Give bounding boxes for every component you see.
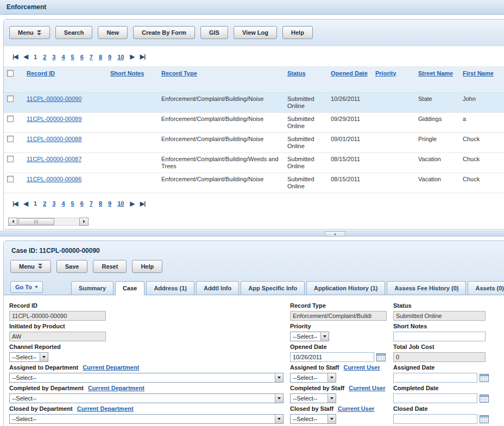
tab-assets[interactable]: Assets (0) bbox=[468, 281, 504, 295]
col-header-opened-date[interactable]: Opened Date bbox=[331, 70, 368, 77]
first-page-icon[interactable]: |◀ bbox=[12, 200, 18, 207]
channel-reported-select[interactable]: --Select-- bbox=[9, 352, 48, 362]
row-checkbox[interactable] bbox=[7, 176, 14, 182]
tab-app-specific-info[interactable]: App Specific Info bbox=[241, 281, 305, 295]
page-number-link[interactable]: 3 bbox=[52, 200, 55, 207]
scroll-left-button[interactable] bbox=[8, 218, 17, 226]
page-number-link[interactable]: 10 bbox=[117, 54, 124, 60]
col-header-street-name[interactable]: Street Name bbox=[418, 70, 453, 77]
last-page-icon[interactable]: ▶| bbox=[140, 53, 146, 60]
completed-by-staff-select[interactable]: --Select-- bbox=[290, 393, 336, 403]
priority-select[interactable]: --Select-- bbox=[290, 332, 329, 341]
short-notes-input[interactable] bbox=[393, 332, 486, 341]
table-row[interactable]: 11CPL-00000-00089 Enforcement/Complaint/… bbox=[4, 112, 504, 132]
calendar-icon[interactable] bbox=[376, 353, 386, 361]
page-number-link[interactable]: 2 bbox=[43, 54, 46, 60]
col-header-first-name[interactable]: First Name bbox=[463, 70, 494, 77]
row-checkbox[interactable] bbox=[7, 156, 14, 162]
record-id-link[interactable]: 11CPL-00000-00087 bbox=[27, 156, 81, 162]
calendar-icon[interactable] bbox=[480, 415, 489, 423]
closed-by-staff-select[interactable]: --Select-- bbox=[290, 414, 336, 424]
row-checkbox[interactable] bbox=[7, 136, 14, 142]
col-header-status[interactable]: Status bbox=[287, 70, 306, 77]
assigned-to-staff-select[interactable]: --Select-- bbox=[290, 373, 336, 383]
page-number-link[interactable]: 7 bbox=[90, 200, 93, 207]
menu-button[interactable]: Menu bbox=[9, 26, 50, 39]
calendar-icon[interactable] bbox=[480, 373, 489, 382]
next-page-icon[interactable]: ▶ bbox=[130, 200, 134, 207]
page-number-link[interactable]: 9 bbox=[108, 200, 111, 207]
closed-by-department-select[interactable]: --Select-- bbox=[9, 414, 284, 424]
row-checkbox[interactable] bbox=[7, 116, 14, 122]
table-row[interactable]: 11CPL-00000-00087 Enforcement/Complaint/… bbox=[4, 152, 504, 173]
col-header-short-notes[interactable]: Short Notes bbox=[110, 70, 144, 77]
page-number-link[interactable]: 8 bbox=[99, 200, 102, 207]
collapse-button[interactable]: ▲ bbox=[325, 231, 345, 237]
new-button[interactable]: New bbox=[98, 26, 128, 39]
scroll-track[interactable] bbox=[17, 218, 79, 226]
page-number-link[interactable]: 2 bbox=[43, 200, 46, 207]
prev-page-icon[interactable]: ◀ bbox=[24, 53, 28, 60]
completed-by-department-select[interactable]: --Select-- bbox=[9, 393, 284, 403]
current-user-link[interactable]: Current User bbox=[343, 364, 380, 371]
page-number-link[interactable]: 4 bbox=[61, 200, 65, 207]
help-button[interactable]: Help bbox=[132, 260, 162, 273]
table-row[interactable]: 11CPL-00000-00090 Enforcement/Complaint/… bbox=[4, 92, 504, 112]
current-user-link[interactable]: Current User bbox=[349, 385, 385, 391]
record-id-link[interactable]: 11CPL-00000-00088 bbox=[27, 136, 81, 142]
scroll-right-button[interactable] bbox=[79, 218, 89, 226]
page-number-link[interactable]: 7 bbox=[90, 54, 93, 60]
record-id-link[interactable]: 11CPL-00000-00090 bbox=[27, 96, 81, 102]
save-button[interactable]: Save bbox=[56, 260, 88, 273]
tab-application-history[interactable]: Application History (1) bbox=[306, 281, 385, 295]
assigned-date-input[interactable] bbox=[393, 373, 477, 383]
search-button[interactable]: Search bbox=[55, 26, 93, 39]
record-id-link[interactable]: 11CPL-00000-00086 bbox=[27, 176, 81, 182]
last-page-icon[interactable]: ▶| bbox=[140, 200, 146, 207]
row-checkbox[interactable] bbox=[7, 96, 14, 102]
select-all-checkbox[interactable] bbox=[7, 70, 14, 77]
view-log-button[interactable]: View Log bbox=[234, 26, 277, 39]
horizontal-scrollbar[interactable] bbox=[8, 218, 504, 226]
go-to-button[interactable]: Go To bbox=[10, 281, 43, 293]
tab-address[interactable]: Address (1) bbox=[146, 281, 194, 295]
tab-assess-fee-history[interactable]: Assess Fee History (0) bbox=[387, 281, 466, 295]
table-row[interactable]: 11CPL-00000-00086 Enforcement/Complaint/… bbox=[4, 173, 504, 193]
record-id-link[interactable]: 11CPL-00000-00089 bbox=[27, 116, 81, 122]
col-header-priority[interactable]: Priority bbox=[375, 70, 396, 77]
tab-summary[interactable]: Summary bbox=[71, 281, 114, 295]
page-number-link[interactable]: 6 bbox=[80, 200, 84, 207]
current-department-link[interactable]: Current Department bbox=[77, 405, 134, 412]
page-number-link[interactable]: 9 bbox=[108, 54, 111, 60]
help-button[interactable]: Help bbox=[282, 26, 313, 39]
page-number-link[interactable]: 5 bbox=[71, 200, 74, 207]
page-number-link[interactable]: 4 bbox=[61, 54, 65, 60]
page-number-link[interactable]: 8 bbox=[99, 54, 102, 60]
completed-date-input[interactable] bbox=[393, 393, 477, 403]
tab-case[interactable]: Case bbox=[115, 281, 144, 295]
tab-addtl-info[interactable]: Addtl Info bbox=[196, 281, 239, 295]
splitter-bar[interactable]: ▲ bbox=[0, 231, 504, 237]
calendar-icon[interactable] bbox=[480, 394, 489, 403]
assigned-to-department-select[interactable]: --Select-- bbox=[9, 373, 284, 383]
closed-date-input[interactable] bbox=[393, 414, 477, 424]
reset-button[interactable]: Reset bbox=[93, 260, 127, 273]
create-by-form-button[interactable]: Create By Form bbox=[133, 26, 195, 39]
page-number-link[interactable]: 3 bbox=[52, 54, 55, 60]
next-page-icon[interactable]: ▶ bbox=[130, 53, 134, 60]
menu-button[interactable]: Menu bbox=[10, 260, 51, 273]
current-department-link[interactable]: Current Department bbox=[83, 364, 139, 371]
col-header-record-id[interactable]: Record ID bbox=[27, 70, 55, 77]
current-department-link[interactable]: Current Department bbox=[88, 385, 144, 391]
first-page-icon[interactable]: |◀ bbox=[12, 53, 18, 60]
gis-button[interactable]: GIS bbox=[200, 26, 228, 39]
col-header-record-type[interactable]: Record Type bbox=[161, 70, 197, 77]
prev-page-icon[interactable]: ◀ bbox=[24, 200, 28, 207]
page-number-link[interactable]: 6 bbox=[80, 54, 84, 60]
opened-date-input[interactable] bbox=[290, 352, 374, 362]
page-number-link[interactable]: 10 bbox=[117, 200, 124, 207]
current-user-link[interactable]: Current User bbox=[338, 405, 374, 412]
page-number-link[interactable]: 5 bbox=[71, 54, 74, 60]
scroll-thumb[interactable] bbox=[18, 218, 54, 225]
table-row[interactable]: 11CPL-00000-00088 Enforcement/Complaint/… bbox=[4, 132, 504, 152]
